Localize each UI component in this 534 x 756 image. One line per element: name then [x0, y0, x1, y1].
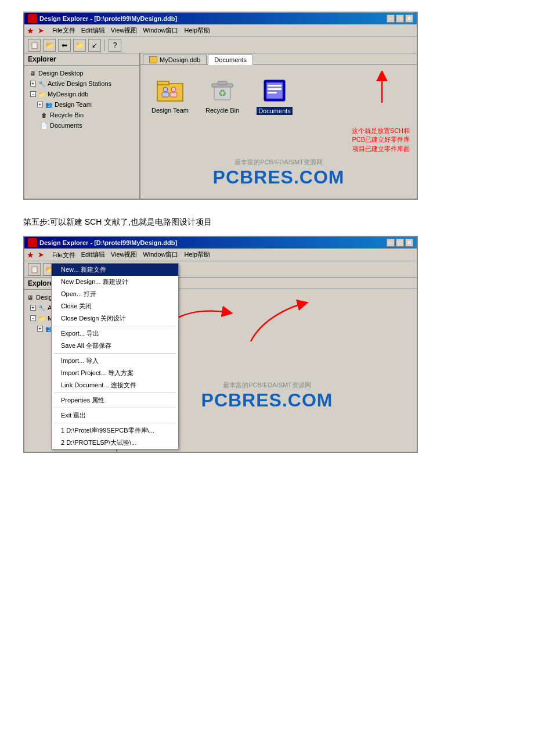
- expand-a-2[interactable]: +: [30, 305, 36, 311]
- stations-icon: 🔧: [37, 79, 46, 88]
- recyclebin-icon-tree: 🗑: [39, 110, 49, 120]
- arrow-icon-2: ➤: [38, 250, 44, 259]
- close-button-2[interactable]: ✕: [405, 239, 413, 247]
- icon-documents[interactable]: Documents: [254, 77, 295, 115]
- toolbar-folder-button[interactable]: 📁: [73, 39, 86, 52]
- icon-design-team[interactable]: Design Team: [150, 77, 190, 115]
- menu-window-1[interactable]: Window窗口: [140, 26, 181, 35]
- expand-designteam[interactable]: +: [37, 102, 43, 107]
- recyclebin-label: Recycle Bin: [50, 111, 84, 118]
- menu-edit-2[interactable]: Edit编辑: [79, 250, 107, 260]
- menu-recent-1[interactable]: 1 D:\Protel库\99SEPCB零件库\...: [52, 424, 178, 437]
- title-bar-1: Design Explorer - [D:\protel99\MyDesign.…: [24, 13, 417, 24]
- tab-mydesign-label: MyDesign.ddb: [160, 56, 200, 63]
- toolbar-btn-2a[interactable]: 📋: [28, 263, 41, 276]
- stations-label: Active Design Stations: [48, 80, 111, 87]
- menu-file-2[interactable]: File文件: [50, 251, 78, 259]
- toolbar-down-button[interactable]: ↙: [88, 39, 101, 52]
- tree-item-stations[interactable]: + 🔧 Active Design Stations: [26, 78, 138, 89]
- menu-exit[interactable]: Exit 退出: [52, 409, 178, 422]
- tree-item-docs[interactable]: 📄 Documents: [26, 120, 138, 131]
- expand-sub-2[interactable]: +: [37, 326, 43, 332]
- minimize-button-1[interactable]: ─: [387, 15, 395, 23]
- design-team-img: [156, 77, 184, 105]
- maximize-button-2[interactable]: □: [396, 239, 404, 247]
- menu-recent-2[interactable]: 2 D:\PROTELSP\大试验\...: [52, 437, 178, 449]
- annotation-arrow: [365, 71, 399, 106]
- menu-properties[interactable]: Properties 属性: [52, 394, 178, 406]
- designteam-label: Design Team: [55, 101, 92, 108]
- icon-recycle-bin[interactable]: ♻ Recycle Bin: [202, 77, 243, 115]
- annotation-line3: 项目已建立零件库面: [140, 145, 410, 153]
- menu-bar-1: ★ ➤ File文件 Edit编辑 View视图 Window窗口 Help帮助: [24, 24, 417, 37]
- arrow-icon: ➤: [38, 26, 44, 35]
- tree-item-recyclebin[interactable]: 🗑 Recycle Bin: [26, 110, 138, 120]
- file-menu-container: File文件 New... 新建文件 New Design... 新建设计 Op…: [50, 250, 78, 260]
- svg-rect-13: [268, 88, 282, 90]
- menu-edit-1[interactable]: Edit编辑: [79, 26, 107, 35]
- toolbar-back-button[interactable]: ⬅: [58, 39, 71, 52]
- step-text: 第五步:可以新建 SCH 文献了,也就是电路图设计项目: [23, 217, 511, 228]
- menu-save-all[interactable]: Save All 全部保存: [52, 340, 178, 352]
- watermark-1: 最丰富的PCB/EDA/SMT资源网 PCBRES.COM: [140, 153, 417, 195]
- annotation-line2: PCB已建立好零件库: [140, 135, 410, 144]
- toolbar-separator: [104, 39, 105, 51]
- docs-label: Documents: [50, 122, 82, 129]
- toolbar-help-button[interactable]: ?: [109, 39, 121, 52]
- mydesign-icon: 📁: [37, 89, 46, 99]
- svg-rect-5: [170, 92, 177, 97]
- minimize-button-2[interactable]: ─: [387, 239, 395, 247]
- tab-folder-icon: [149, 56, 157, 63]
- expand-stations[interactable]: +: [30, 81, 36, 87]
- title-bar-2: Design Explorer - [D:\protel99\MyDesign.…: [24, 237, 417, 249]
- expand-m-2[interactable]: -: [30, 315, 36, 321]
- menu-link-doc[interactable]: Link Document... 连接文件: [52, 379, 178, 391]
- menu-help-1[interactable]: Help帮助: [182, 26, 212, 35]
- menu-close[interactable]: Close 关闭: [52, 300, 178, 312]
- menu-import-project[interactable]: Import Project... 导入方案: [52, 367, 178, 379]
- menu-file-1[interactable]: File文件: [50, 26, 78, 35]
- desktop-label: Design Desktop: [38, 70, 84, 77]
- close-button-1[interactable]: ✕: [405, 15, 413, 23]
- menu-import[interactable]: Import... 导入: [52, 355, 178, 367]
- menu-view-2[interactable]: View视图: [109, 250, 140, 260]
- menu-help-2[interactable]: Help帮助: [182, 250, 212, 260]
- tree-item-designteam[interactable]: + 👥 Design Team: [26, 99, 138, 110]
- sep-5: [54, 423, 176, 423]
- menu-bar-2: ★ ➤ File文件 New... 新建文件 New Design... 新建设…: [24, 249, 417, 261]
- left-panel-1: Explorer 🖥 Design Desktop + 🔧 Active Des…: [24, 53, 140, 199]
- menu-window-2[interactable]: Window窗口: [140, 250, 181, 260]
- toolbar-open-button[interactable]: 📂: [43, 39, 56, 52]
- maximize-button-1[interactable]: □: [396, 15, 404, 23]
- tab-documents-label: Documents: [214, 56, 247, 63]
- tree-item-mydesign[interactable]: - 📁 MyDesign.ddb ←: [26, 89, 138, 99]
- main-content-1: Explorer 🖥 Design Desktop + 🔧 Active Des…: [24, 53, 417, 199]
- menu-close-design[interactable]: Close Design 关闭设计: [52, 312, 178, 325]
- svg-rect-0: [157, 84, 183, 101]
- svg-rect-12: [268, 85, 282, 87]
- watermark-logo-1: PCBRES.COM: [140, 167, 417, 188]
- expand-mydesign[interactable]: -: [30, 91, 36, 97]
- app-icon-2: [28, 238, 37, 247]
- window-buttons-1: ─ □ ✕: [387, 15, 413, 23]
- menu-new-file[interactable]: New... 新建文件: [52, 264, 178, 276]
- desktop-icon: 🖥: [28, 69, 37, 78]
- svg-point-2: [163, 87, 168, 92]
- sep-1: [54, 326, 176, 326]
- toolbar-copy-button[interactable]: 📋: [28, 39, 41, 52]
- tab-documents-1[interactable]: Documents: [208, 55, 253, 65]
- screenshot-2: Design Explorer - [D:\protel99\MyDesign.…: [23, 236, 418, 453]
- menu-open[interactable]: Open... 打开: [52, 288, 178, 300]
- window-buttons-2: ─ □ ✕: [387, 239, 413, 247]
- menu-export[interactable]: Export... 导出: [52, 327, 178, 340]
- recycle-bin-label: Recycle Bin: [205, 107, 239, 114]
- annotation-line1: 这个就是放置SCH和: [140, 127, 410, 135]
- right-tabs-1: MyDesign.ddb Documents: [140, 53, 417, 65]
- menu-new-design[interactable]: New Design... 新建设计: [52, 276, 178, 288]
- menu-view-1[interactable]: View视图: [109, 26, 140, 35]
- tree-item-desktop[interactable]: 🖥 Design Desktop: [26, 68, 138, 78]
- tab-folder-1[interactable]: MyDesign.ddb: [143, 55, 207, 64]
- designteam-icon: 👥: [44, 100, 53, 109]
- tree-area-1: 🖥 Design Desktop + 🔧 Active Design Stati…: [24, 66, 139, 133]
- design-team-label: Design Team: [151, 107, 189, 114]
